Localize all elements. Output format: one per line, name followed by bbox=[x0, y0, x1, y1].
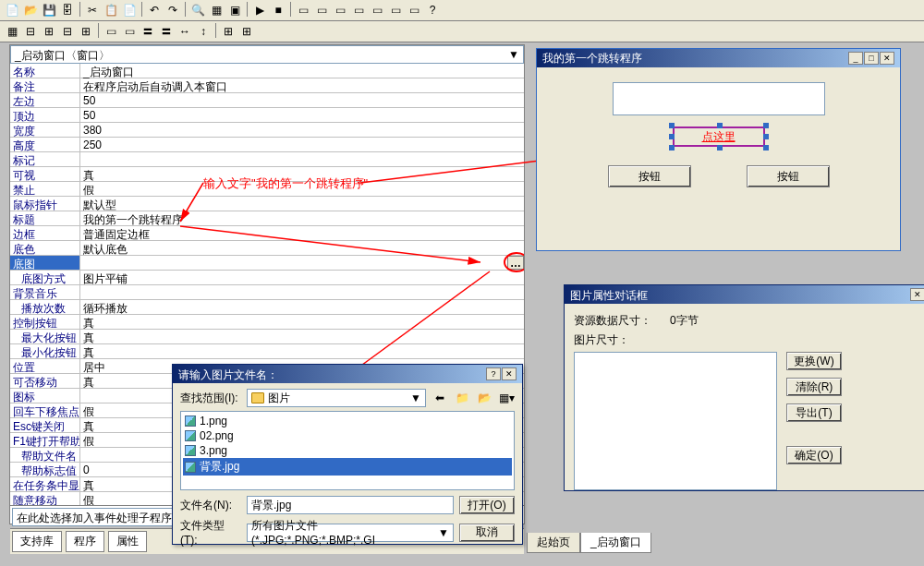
align-5[interactable]: ▭ bbox=[103, 23, 119, 40]
nav-new-icon[interactable]: 📂 bbox=[476, 390, 492, 406]
align-9[interactable]: ↔ bbox=[176, 23, 193, 40]
prop-row-10[interactable]: 标题我的第一个跳转程序 bbox=[10, 211, 524, 226]
toolbar-open[interactable]: 📂 bbox=[22, 2, 39, 18]
prop-row-13[interactable]: 底图… bbox=[10, 256, 524, 271]
img-replace-btn[interactable]: 更换(W) bbox=[786, 352, 842, 370]
prop-value[interactable]: _启动窗口 bbox=[80, 64, 524, 78]
prop-value[interactable]: 50 bbox=[80, 93, 524, 107]
toolbar-find[interactable]: 🔍 bbox=[189, 2, 206, 18]
toolbar-run[interactable]: ▶ bbox=[251, 2, 268, 18]
align-7[interactable]: 〓 bbox=[140, 23, 156, 40]
prop-value[interactable] bbox=[80, 152, 524, 166]
img-export-btn[interactable]: 导出(T) bbox=[786, 403, 842, 422]
toolbar-undo[interactable]: ↶ bbox=[146, 2, 163, 18]
prop-row-19[interactable]: 最小化按钮真 bbox=[10, 344, 524, 359]
ellipsis-button[interactable]: … bbox=[507, 256, 524, 270]
toolbar-d[interactable]: ▭ bbox=[313, 2, 330, 18]
prop-row-17[interactable]: 控制按钮真 bbox=[10, 315, 524, 330]
prop-row-4[interactable]: 宽度380 bbox=[10, 123, 524, 138]
tab-program[interactable]: 程序 bbox=[66, 531, 104, 552]
file-item[interactable]: 02.png bbox=[183, 428, 512, 443]
file-item[interactable]: 背景.jpg bbox=[183, 458, 512, 476]
align-4[interactable]: ⊞ bbox=[78, 23, 94, 40]
tab-support[interactable]: 支持库 bbox=[12, 531, 62, 552]
prop-value[interactable]: 真 bbox=[80, 315, 524, 329]
align-10[interactable]: ↕ bbox=[195, 23, 212, 40]
prop-row-3[interactable]: 顶边50 bbox=[10, 108, 524, 123]
design-link-button[interactable]: 点这里 bbox=[673, 126, 765, 147]
align-8[interactable]: 〓 bbox=[158, 23, 175, 40]
file-dialog-help[interactable]: ? bbox=[486, 367, 501, 380]
toolbar-h[interactable]: ▭ bbox=[387, 2, 404, 18]
prop-value[interactable]: 图片平铺 bbox=[80, 271, 524, 284]
toolbar-b[interactable]: ▣ bbox=[226, 2, 243, 18]
toolbar-stop[interactable]: ■ bbox=[270, 2, 286, 18]
prop-row-2[interactable]: 左边50 bbox=[10, 93, 524, 108]
align-left[interactable]: ▦ bbox=[4, 23, 20, 40]
file-dialog-close[interactable]: ✕ bbox=[502, 367, 517, 380]
prop-row-0[interactable]: 名称_启动窗口 bbox=[10, 64, 524, 78]
design-textbox[interactable] bbox=[613, 82, 825, 115]
toolbar-i[interactable]: ▭ bbox=[406, 2, 422, 18]
maximize-btn[interactable]: □ bbox=[864, 52, 879, 65]
prop-value[interactable]: 真 bbox=[80, 330, 524, 343]
file-item[interactable]: 3.png bbox=[183, 443, 512, 458]
toolbar-help[interactable]: ? bbox=[424, 2, 441, 18]
filetype-select[interactable]: 所有图片文件 (*.JPG;*.PNG;*.BMP;*.GI▼ bbox=[247, 524, 454, 542]
nav-up-icon[interactable]: 📁 bbox=[454, 390, 470, 406]
tab-start[interactable]: 起始页 bbox=[527, 533, 580, 553]
nav-view-icon[interactable]: ▦▾ bbox=[498, 390, 515, 406]
tab-startwindow[interactable]: _启动窗口 bbox=[580, 533, 651, 553]
align-6[interactable]: ▭ bbox=[121, 23, 138, 40]
file-list[interactable]: 1.png02.png3.png背景.jpg bbox=[180, 411, 515, 490]
toolbar-e[interactable]: ▭ bbox=[332, 2, 348, 18]
close-btn[interactable]: ✕ bbox=[880, 52, 894, 65]
open-button[interactable]: 打开(O) bbox=[459, 496, 515, 514]
toolbar-a[interactable]: ▦ bbox=[208, 2, 225, 18]
prop-value[interactable]: 循环播放 bbox=[80, 300, 524, 314]
align-2[interactable]: ⊞ bbox=[41, 23, 57, 40]
design-button-1[interactable]: 按钮 bbox=[608, 165, 691, 187]
prop-row-9[interactable]: 鼠标指针默认型 bbox=[10, 197, 524, 211]
tab-props[interactable]: 属性 bbox=[108, 531, 147, 552]
prop-value[interactable] bbox=[80, 285, 524, 299]
prop-row-12[interactable]: 底色默认底色 bbox=[10, 241, 524, 256]
align-3[interactable]: ⊟ bbox=[59, 23, 76, 40]
filename-input[interactable]: 背景.jpg bbox=[247, 496, 454, 514]
align-12[interactable]: ⊞ bbox=[238, 23, 255, 40]
prop-value[interactable]: 真 bbox=[80, 344, 524, 358]
object-dropdown[interactable]: _启动窗口〈窗口〉 ▼ bbox=[10, 45, 524, 64]
align-11[interactable]: ⊞ bbox=[220, 23, 237, 40]
prop-row-14[interactable]: 底图方式图片平铺 bbox=[10, 271, 524, 285]
prop-value[interactable]: 在程序启动后自动调入本窗口 bbox=[80, 78, 524, 92]
img-ok-btn[interactable]: 确定(O) bbox=[786, 446, 842, 464]
prop-row-5[interactable]: 高度250 bbox=[10, 138, 524, 152]
align-1[interactable]: ⊟ bbox=[22, 23, 39, 40]
prop-row-18[interactable]: 最大化按钮真 bbox=[10, 330, 524, 344]
cancel-button[interactable]: 取消 bbox=[459, 524, 515, 542]
img-dialog-close[interactable]: ✕ bbox=[910, 288, 924, 301]
prop-row-11[interactable]: 边框普通固定边框 bbox=[10, 226, 524, 241]
toolbar-cut[interactable]: ✂ bbox=[84, 2, 101, 18]
minimize-btn[interactable]: _ bbox=[848, 52, 863, 65]
toolbar-redo[interactable]: ↷ bbox=[164, 2, 181, 18]
prop-value[interactable]: 默认底色 bbox=[80, 241, 524, 255]
prop-value[interactable]: 普通固定边框 bbox=[80, 226, 524, 240]
toolbar-paste[interactable]: 📄 bbox=[121, 2, 138, 18]
prop-value[interactable]: 250 bbox=[80, 138, 524, 151]
img-clear-btn[interactable]: 清除(R) bbox=[786, 378, 842, 396]
prop-row-16[interactable]: 播放次数循环播放 bbox=[10, 300, 524, 315]
toolbar-f[interactable]: ▭ bbox=[350, 2, 367, 18]
file-item[interactable]: 1.png bbox=[183, 414, 512, 428]
toolbar-saveall[interactable]: 🗄 bbox=[59, 2, 76, 18]
prop-value[interactable]: 380 bbox=[80, 123, 524, 137]
prop-value[interactable]: 50 bbox=[80, 108, 524, 122]
prop-value[interactable]: … bbox=[80, 256, 524, 270]
lookin-select[interactable]: 图片 ▼ bbox=[247, 389, 426, 407]
toolbar-g[interactable]: ▭ bbox=[369, 2, 385, 18]
prop-value[interactable]: 默认型 bbox=[80, 197, 524, 211]
prop-value[interactable]: 我的第一个跳转程序 bbox=[80, 211, 524, 225]
prop-row-15[interactable]: 背景音乐 bbox=[10, 285, 524, 300]
toolbar-c[interactable]: ▭ bbox=[295, 2, 311, 18]
toolbar-new[interactable]: 📄 bbox=[4, 2, 20, 18]
